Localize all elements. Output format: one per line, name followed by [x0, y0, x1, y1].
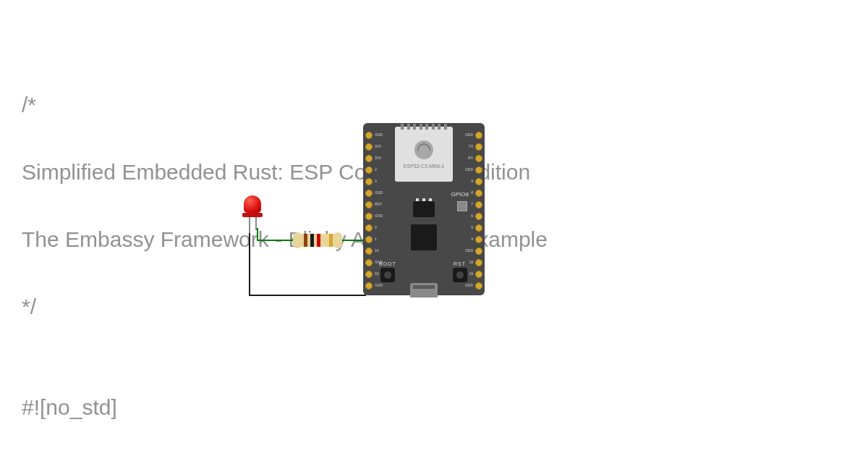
pin	[475, 271, 482, 278]
pin-label: 3V3	[375, 153, 383, 163]
pin-label: 3V3	[375, 142, 383, 151]
pin	[365, 271, 373, 278]
pin-label: 18	[465, 258, 473, 267]
pin-label: GND	[375, 211, 383, 221]
pin	[475, 213, 482, 220]
led-cathode	[249, 217, 250, 233]
pin	[365, 132, 373, 139]
pin	[365, 178, 373, 185]
resistor-band	[304, 234, 307, 247]
pin	[475, 248, 482, 255]
led-anode	[255, 217, 257, 230]
pin	[475, 190, 482, 197]
pin	[365, 201, 373, 208]
boot-button[interactable]	[380, 268, 395, 282]
pin-header-right	[475, 132, 482, 290]
pin-label: 4	[465, 235, 473, 244]
pin	[365, 224, 373, 232]
pin-label: 10	[375, 246, 383, 256]
wire-signal	[257, 240, 294, 241]
pin	[475, 143, 482, 151]
code-line: #![no_std]	[22, 391, 548, 425]
pin	[475, 282, 482, 290]
pin-label: GND	[375, 130, 383, 140]
pin	[475, 201, 482, 208]
esp32-board: GND 3V3 3V3 2 3 GND RST GND 0 1 10 GND 5…	[363, 123, 485, 295]
pin-label: GND	[465, 165, 473, 174]
pin	[475, 155, 482, 162]
pin	[475, 259, 482, 266]
pin-header-left	[365, 132, 373, 290]
code-line: /*	[22, 88, 548, 122]
rst-label: RST	[454, 261, 466, 266]
pin-label: RST	[375, 200, 383, 209]
gpio8-label: GPIO8	[451, 191, 469, 198]
resistor-band	[317, 234, 320, 247]
wire-signal	[340, 240, 366, 241]
led-red	[244, 195, 261, 219]
pin-label: 2	[375, 165, 383, 174]
pin	[365, 155, 373, 162]
espressif-logo-icon	[414, 140, 433, 159]
pin	[365, 213, 373, 220]
boot-label: BOOT	[379, 261, 396, 266]
pin-label: GND	[465, 281, 473, 290]
pin-label: GND	[375, 188, 383, 198]
led-bulb	[244, 195, 261, 213]
pin-label: 6	[465, 211, 473, 221]
pin-label: TX	[465, 142, 473, 151]
voltage-regulator-icon	[413, 201, 435, 217]
resistor	[295, 234, 340, 247]
pin-label: 0	[375, 223, 383, 232]
pin-label: 9	[465, 177, 473, 186]
resistor-band	[329, 234, 333, 247]
circuit-diagram: GND 3V3 3V3 2 3 GND RST GND 0 1 10 GND 5…	[239, 119, 485, 311]
pin	[365, 190, 373, 197]
reset-button[interactable]	[453, 268, 467, 282]
resistor-cap	[333, 232, 342, 248]
resistor-cap	[293, 232, 302, 248]
pin-label: 1	[375, 235, 383, 244]
wire-ground	[249, 295, 366, 296]
pin-label: 5	[465, 223, 473, 232]
pin	[365, 143, 373, 151]
mcu-chip-icon	[411, 224, 437, 250]
pin	[475, 178, 482, 185]
pin	[365, 248, 373, 255]
pin-label: 3	[375, 177, 383, 186]
led-base	[242, 213, 263, 217]
resistor-band	[310, 234, 314, 247]
pin	[365, 259, 373, 266]
wire-ground	[249, 232, 250, 296]
gpio8-led-icon	[457, 201, 467, 211]
pin	[475, 236, 482, 243]
chip-model-label: ESP32-C3-MINI-1	[404, 164, 444, 169]
pin	[475, 132, 482, 139]
pin-label: RX	[465, 153, 473, 163]
pin-label: GND	[465, 246, 473, 256]
pin	[365, 166, 373, 174]
pin	[365, 236, 373, 243]
pin	[475, 166, 482, 174]
pin-label: GND	[465, 130, 473, 140]
pin	[365, 282, 373, 290]
usb-port-icon	[410, 283, 438, 297]
esp32-module: ESP32-C3-MINI-1	[395, 127, 453, 182]
antenna-icon	[401, 124, 447, 130]
pin	[475, 224, 482, 232]
